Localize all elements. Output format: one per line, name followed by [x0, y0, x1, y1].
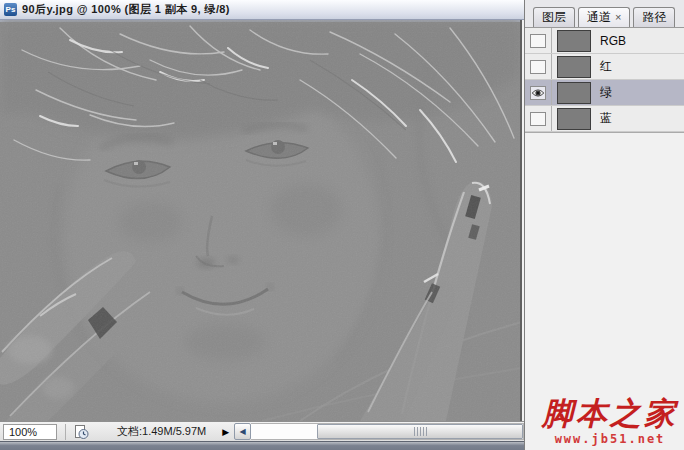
tab-channels[interactable]: 通道 ×	[578, 7, 630, 27]
scrollbar-grip-icon	[414, 427, 427, 436]
photoshop-file-icon: Ps	[4, 3, 17, 16]
visibility-toggle[interactable]	[525, 28, 552, 53]
visibility-toggle[interactable]	[525, 54, 552, 79]
document-size-info: 文档:1.49M/5.97M	[117, 424, 206, 439]
scrollbar-thumb[interactable]	[317, 424, 523, 439]
eye-checkbox[interactable]	[530, 34, 546, 48]
channel-thumbnail	[557, 56, 591, 78]
channel-row-rgb[interactable]: RGB	[525, 28, 684, 54]
horizontal-scrollbar[interactable]: ◀	[234, 423, 524, 440]
channel-row-green[interactable]: 绿	[525, 80, 684, 106]
channel-label: 红	[600, 58, 612, 75]
tab-label: 图层	[542, 9, 566, 26]
doc-status-icon	[73, 424, 89, 440]
eye-icon	[531, 88, 545, 98]
eye-checkbox[interactable]	[530, 112, 546, 126]
zoom-level-field[interactable]: 100%	[3, 424, 57, 440]
statusbar-divider	[65, 424, 66, 440]
channel-list-divider	[525, 132, 684, 133]
document-title: 90后y.jpg @ 100% (图层 1 副本 9, 绿/8)	[22, 2, 230, 17]
channel-row-red[interactable]: 红	[525, 54, 684, 80]
tab-label: 路径	[642, 9, 666, 26]
window-bottom-edge	[0, 441, 524, 450]
channel-label: RGB	[600, 34, 626, 48]
panel-tabbar: 图层 通道 × 路径	[525, 0, 684, 28]
watermark: 脚本之家 www.jb51.net	[542, 397, 678, 446]
document-statusbar: 100% 文档:1.49M/5.97M ▶ ◀	[0, 421, 524, 441]
document-canvas[interactable]	[0, 20, 522, 421]
eye-checkbox[interactable]	[530, 60, 546, 74]
channels-panel: 图层 通道 × 路径 RGB	[524, 0, 684, 450]
channel-row-blue[interactable]: 蓝	[525, 106, 684, 132]
eye-checkbox[interactable]	[530, 86, 546, 100]
channel-thumbnail	[557, 82, 591, 104]
channel-thumbnail	[557, 108, 591, 130]
watermark-title: 脚本之家	[542, 397, 678, 430]
document-titlebar[interactable]: Ps 90后y.jpg @ 100% (图层 1 副本 9, 绿/8)	[0, 0, 524, 20]
channel-thumbnail	[557, 30, 591, 52]
status-menu-arrow-icon[interactable]: ▶	[222, 427, 229, 437]
visibility-toggle[interactable]	[525, 106, 552, 131]
document-window: Ps 90后y.jpg @ 100% (图层 1 副本 9, 绿/8)	[0, 0, 524, 450]
scrollbar-track[interactable]	[251, 423, 524, 440]
tab-layers[interactable]: 图层	[533, 7, 575, 27]
highpass-portrait-image	[0, 20, 522, 421]
channel-label: 绿	[600, 84, 612, 101]
watermark-url: www.jb51.net	[542, 432, 678, 446]
channel-label: 蓝	[600, 110, 612, 127]
tab-label: 通道	[587, 9, 611, 26]
scroll-left-button[interactable]: ◀	[234, 423, 251, 440]
tab-paths[interactable]: 路径	[633, 7, 675, 27]
photoshop-workspace: Ps 90后y.jpg @ 100% (图层 1 副本 9, 绿/8)	[0, 0, 684, 450]
visibility-toggle[interactable]	[525, 80, 552, 105]
channel-list: RGB 红	[525, 28, 684, 133]
tab-close-icon[interactable]: ×	[615, 12, 621, 23]
